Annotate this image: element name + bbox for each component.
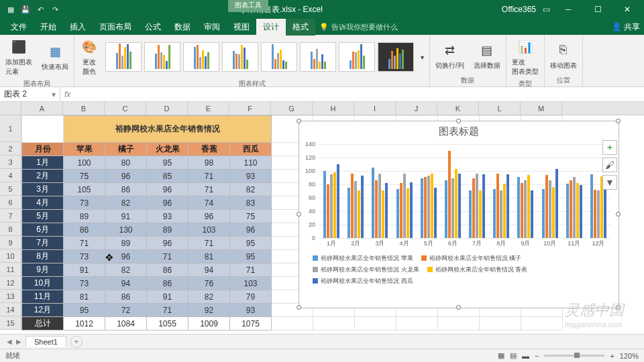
fx-icon[interactable]: fx xyxy=(64,90,70,99)
cell[interactable]: 1075 xyxy=(230,317,272,330)
row-header[interactable]: 12 xyxy=(0,276,21,290)
cell[interactable]: 93 xyxy=(147,210,189,223)
chart-title[interactable]: 图表标题 xyxy=(299,121,619,139)
cell[interactable]: 1009 xyxy=(189,317,230,330)
cell[interactable]: 85 xyxy=(147,170,189,183)
row-header[interactable]: 1 xyxy=(0,115,21,142)
cell[interactable]: 82 xyxy=(105,196,147,210)
cell[interactable]: 89 xyxy=(105,237,147,250)
tab-format[interactable]: 格式 xyxy=(286,19,315,36)
cell[interactable]: 76 xyxy=(189,277,230,290)
cell[interactable]: 2月 xyxy=(22,170,64,183)
cell[interactable]: 95 xyxy=(147,156,189,170)
selection-handle[interactable] xyxy=(616,212,621,217)
cell[interactable]: 86 xyxy=(147,277,189,290)
cell[interactable]: 4月 xyxy=(22,196,64,210)
cell[interactable]: 74 xyxy=(189,196,230,210)
chart-style-preview[interactable] xyxy=(105,42,142,72)
cell[interactable]: 96 xyxy=(105,170,147,183)
cell[interactable]: 71 xyxy=(230,263,272,277)
cell[interactable]: 86 xyxy=(147,263,189,277)
select-all-corner[interactable] xyxy=(0,102,21,115)
change-colors-button[interactable]: 🎨更改 颜色 xyxy=(77,36,101,78)
cell[interactable]: 93 xyxy=(230,170,272,183)
cell[interactable]: 裕静网校水果店全年销售情况 xyxy=(64,116,272,143)
cell[interactable]: 103 xyxy=(230,277,272,290)
chart-style-preview[interactable] xyxy=(339,42,375,72)
add-chart-element-button[interactable]: ⬛添加图表 元素 xyxy=(3,36,35,78)
cell[interactable]: 1月 xyxy=(22,156,64,170)
cell[interactable]: 82 xyxy=(105,263,147,277)
column-header[interactable]: F xyxy=(229,102,271,115)
zoom-in-button[interactable]: + xyxy=(610,352,614,360)
cell[interactable]: 75 xyxy=(64,170,105,183)
column-header[interactable]: C xyxy=(105,102,146,115)
cell[interactable]: 橘子 xyxy=(105,143,147,156)
row-header[interactable]: 8 xyxy=(0,223,21,236)
column-header[interactable]: L xyxy=(479,102,521,115)
cell[interactable]: 96 xyxy=(105,250,147,263)
zoom-out-button[interactable]: − xyxy=(535,352,539,360)
column-header[interactable]: D xyxy=(146,102,188,115)
cell[interactable]: 91 xyxy=(64,263,105,277)
save-icon[interactable]: 💾 xyxy=(20,4,31,15)
cell[interactable]: 73 xyxy=(64,250,105,263)
undo-icon[interactable]: ↶ xyxy=(35,4,46,15)
tab-view[interactable]: 视图 xyxy=(227,19,256,36)
cell[interactable]: 81 xyxy=(64,290,105,304)
zoom-slider[interactable] xyxy=(544,355,604,357)
chart-styles-button[interactable]: 🖌 xyxy=(602,158,617,172)
cell[interactable] xyxy=(480,317,521,330)
cell[interactable]: 火龙果 xyxy=(147,143,189,156)
chart-style-preview[interactable] xyxy=(183,42,219,72)
cell[interactable]: 7月 xyxy=(22,237,64,250)
share-button[interactable]: 👤 共享 xyxy=(612,21,640,33)
tab-file[interactable]: 文件 xyxy=(4,19,34,36)
cell[interactable]: 5月 xyxy=(22,210,64,223)
row-header[interactable]: 2 xyxy=(0,142,21,156)
cell[interactable]: 82 xyxy=(189,290,230,304)
cell[interactable]: 71 xyxy=(147,304,189,317)
selection-handle[interactable] xyxy=(456,119,461,123)
row-header[interactable]: 5 xyxy=(0,182,21,196)
move-chart-button[interactable]: ⎘移动图表 xyxy=(547,40,580,72)
cell[interactable]: 91 xyxy=(105,210,147,223)
row-header[interactable]: 11 xyxy=(0,263,21,276)
cell[interactable]: 6月 xyxy=(22,223,64,237)
cell[interactable]: 103 xyxy=(189,223,230,237)
cell[interactable]: 96 xyxy=(147,183,189,196)
chart-legend[interactable]: 裕静网校水果店全年销售情况 苹果裕静网校水果店全年销售情况 橘子裕静网校水果店全… xyxy=(313,253,610,287)
column-header[interactable]: K xyxy=(437,102,479,115)
minimize-button[interactable]: ─ xyxy=(557,5,580,14)
cell[interactable]: 95 xyxy=(230,250,272,263)
cell[interactable]: 1012 xyxy=(64,317,105,330)
column-header[interactable]: G xyxy=(271,102,313,115)
cell[interactable]: 83 xyxy=(230,196,272,210)
sheet-tab[interactable]: Sheet1 xyxy=(25,336,66,347)
cell[interactable]: 95 xyxy=(64,304,105,317)
cell[interactable]: 3月 xyxy=(22,183,64,196)
tab-data[interactable]: 数据 xyxy=(168,19,197,36)
cell[interactable] xyxy=(22,116,64,143)
selection-handle[interactable] xyxy=(616,119,621,123)
cell[interactable]: 81 xyxy=(189,250,230,263)
column-header[interactable]: I xyxy=(354,102,396,115)
row-header[interactable]: 9 xyxy=(0,236,21,249)
tab-insert[interactable]: 插入 xyxy=(63,19,93,36)
cell[interactable]: 1084 xyxy=(105,317,147,330)
cell[interactable]: 71 xyxy=(189,170,230,183)
select-data-button[interactable]: ▤选择数据 xyxy=(471,40,503,72)
selection-handle[interactable] xyxy=(297,305,301,310)
chart-styles-gallery[interactable] xyxy=(105,42,414,72)
cell[interactable]: 130 xyxy=(105,223,147,237)
cell[interactable]: 香蕉 xyxy=(189,143,230,156)
cell[interactable]: 80 xyxy=(105,156,147,170)
selection-handle[interactable] xyxy=(616,305,621,310)
cell[interactable]: 89 xyxy=(147,223,189,237)
cell[interactable]: 110 xyxy=(230,156,272,170)
chart-style-preview[interactable] xyxy=(222,42,258,72)
row-header[interactable]: 3 xyxy=(0,156,21,169)
cell[interactable]: 86 xyxy=(105,183,147,196)
chart-elements-button[interactable]: ＋ xyxy=(602,140,617,155)
column-header[interactable]: B xyxy=(63,102,105,115)
